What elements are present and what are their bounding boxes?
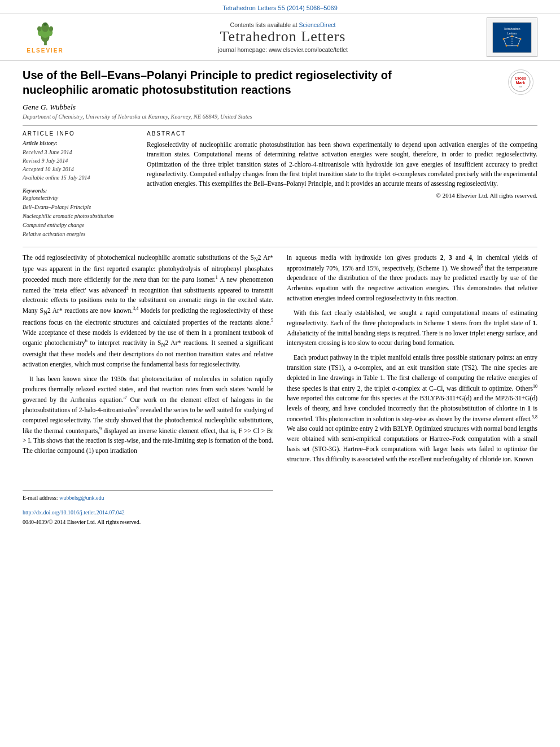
journal-header-center: Contents lists available at ScienceDirec… (79, 21, 487, 53)
abstract-copyright: © 2014 Elsevier Ltd. All rights reserved… (147, 192, 537, 199)
journal-homepage: journal homepage: www.elsevier.com/locat… (79, 46, 487, 53)
keyword-3: Nucleophilic aromatic photosubstitution (23, 212, 135, 221)
body-para-1: The odd regioselectivity of photochemica… (23, 253, 273, 370)
email-label: E-mail address: (23, 495, 58, 501)
received-date: Received 3 June 2014 (23, 148, 135, 156)
journal-reference: Tetrahedron Letters 55 (2014) 5066–5069 (222, 5, 338, 11)
journal-title: Tetrahedron Letters (79, 28, 487, 45)
accepted-date: Accepted 10 July 2014 (23, 165, 135, 173)
tetrahedron-logo: Tetrahedron Letters (487, 18, 537, 57)
affiliation: Department of Chemistry, University of N… (23, 113, 537, 120)
section-divider-2 (23, 247, 537, 247)
abstract-col: ABSTRACT Regioselectivity of nucleophili… (147, 130, 537, 239)
body-col-right: in aqueous media with hydroxide ion give… (287, 253, 537, 528)
keyword-1: Regioselectivity (23, 194, 135, 203)
svg-text:Tetrahedron: Tetrahedron (504, 27, 520, 30)
svg-text:Mark: Mark (516, 81, 525, 85)
svg-text:Cross: Cross (515, 76, 526, 80)
elsevier-text: ELSEVIER (27, 47, 63, 54)
journal-logo-right: Tetrahedron Letters (487, 18, 543, 57)
svg-point-21 (506, 45, 508, 46)
abstract-text: Regioselectivity of nucleophilic aromati… (147, 140, 537, 189)
article-title: Use of the Bell–Evans–Polanyi Principle … (23, 68, 498, 97)
doi-link[interactable]: http://dx.doi.org/10.1016/j.tetlet.2014.… (23, 509, 125, 516)
elsevier-tree-icon (30, 21, 61, 46)
article-info-label: ARTICLE INFO (23, 130, 135, 137)
section-divider-1 (23, 125, 537, 126)
journal-header: ELSEVIER Contents lists available at Sci… (0, 14, 560, 61)
doi-footnote: http://dx.doi.org/10.1016/j.tetlet.2014.… (23, 508, 273, 517)
svg-point-20 (520, 38, 522, 40)
body-para-5: Each product pathway in the triplet mani… (287, 353, 537, 465)
body-para-3: in aqueous media with hydroxide ion give… (287, 253, 537, 304)
issn-footnote: 0040-4039/© 2014 Elsevier Ltd. All right… (23, 518, 273, 527)
tetrahedron-logo-icon: Tetrahedron Letters (492, 22, 532, 53)
abstract-label: ABSTRACT (147, 130, 537, 137)
crossmark-icon: Cross Mark ™ (508, 69, 533, 95)
author-name: Gene G. Wubbels (23, 103, 537, 112)
top-bar: Tetrahedron Letters 55 (2014) 5066–5069 (0, 0, 560, 14)
keywords-section: Keywords: Regioselectivity Bell–Evans–Po… (23, 187, 135, 239)
footnote-divider (23, 490, 273, 491)
body-para-2: It has been known since the 1930s that p… (23, 374, 273, 456)
keyword-4: Computed enthalpy change (23, 221, 135, 230)
svg-text:Letters: Letters (508, 32, 517, 35)
page: Tetrahedron Letters 55 (2014) 5066–5069 (0, 0, 560, 747)
elsevier-logo-section: ELSEVIER (11, 21, 79, 54)
email-link[interactable]: wubbelsg@unk.edu (59, 495, 104, 501)
svg-point-7 (49, 26, 53, 31)
body-section: The odd regioselectivity of photochemica… (23, 253, 537, 528)
article-info-col: ARTICLE INFO Article history: Received 3… (23, 130, 135, 239)
svg-text:™: ™ (519, 85, 522, 89)
email-footnote: E-mail address: wubbelsg@unk.edu (23, 493, 273, 503)
info-abstract-section: ARTICLE INFO Article history: Received 3… (23, 130, 537, 239)
keyword-5: Relative activation energies (23, 230, 135, 239)
svg-point-8 (43, 23, 47, 26)
history-label: Article history: (23, 140, 135, 146)
svg-point-22 (517, 45, 519, 46)
svg-point-6 (37, 26, 41, 31)
available-date: Available online 15 July 2014 (23, 173, 135, 182)
body-col-left: The odd regioselectivity of photochemica… (23, 253, 273, 528)
main-content: Use of the Bell–Evans–Polanyi Principle … (0, 61, 560, 539)
body-para-4: With this fact clearly established, we s… (287, 308, 537, 348)
revised-date: Revised 9 July 2014 (23, 156, 135, 165)
sciencedirect-link[interactable]: ScienceDirect (299, 21, 336, 28)
crossmark-badge: Cross Mark ™ (504, 68, 537, 96)
footnotes-section: E-mail address: wubbelsg@unk.edu http://… (23, 490, 273, 527)
crossmark-svg: Cross Mark ™ (510, 71, 531, 93)
elsevier-logo: ELSEVIER (11, 21, 79, 54)
svg-point-19 (503, 38, 505, 40)
keywords-label: Keywords: (23, 187, 135, 194)
svg-point-18 (511, 35, 513, 37)
keyword-2: Bell–Evans–Polanyi Principle (23, 203, 135, 212)
contents-line: Contents lists available at ScienceDirec… (79, 21, 487, 28)
